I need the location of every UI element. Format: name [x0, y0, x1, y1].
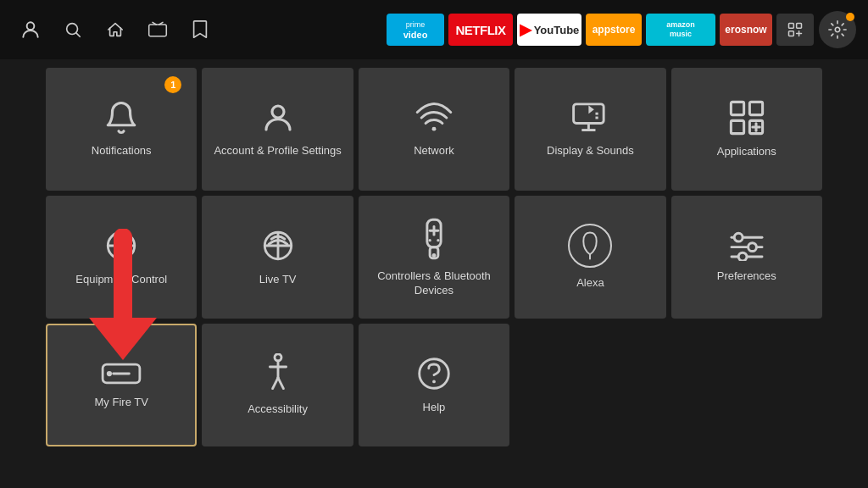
accessibility-label: Accessibility [242, 402, 313, 417]
svg-rect-6 [789, 24, 794, 29]
my-fire-tv-tile[interactable]: My Fire TV [46, 324, 197, 446]
live-tv-tile[interactable]: Live TV [202, 196, 353, 319]
svg-point-0 [27, 22, 35, 30]
display-sounds-label: Display & Sounds [542, 144, 639, 158]
main-content: Notifications 1 Account & Profile Settin… [0, 59, 868, 455]
notifications-label: Notifications [86, 144, 157, 158]
equipment-control-label: Equipment Control [70, 273, 172, 287]
equipment-control-tile[interactable]: Equipment Control [46, 196, 197, 319]
settings-grid: Notifications 1 Account & Profile Settin… [46, 68, 822, 446]
svg-rect-3 [149, 25, 167, 36]
help-tile[interactable]: Help [359, 324, 509, 446]
applications-label: Applications [712, 145, 782, 159]
svg-rect-23 [749, 102, 762, 114]
svg-rect-22 [731, 102, 743, 114]
account-label: Account & Profile Settings [209, 144, 346, 158]
app-shortcuts: prime video NETFLIX ▶ YouTube appstore a… [387, 14, 814, 46]
svg-point-16 [432, 127, 437, 131]
alexa-label: Alexa [571, 276, 609, 291]
svg-point-39 [432, 253, 437, 258]
preferences-label: Preferences [712, 269, 782, 284]
tv-button[interactable] [139, 11, 176, 48]
svg-point-49 [275, 354, 281, 361]
youtube-chip[interactable]: ▶ YouTube [517, 14, 581, 46]
svg-rect-24 [731, 120, 743, 133]
settings-notification-dot [846, 13, 854, 21]
network-label: Network [409, 144, 459, 158]
live-tv-label: Live TV [254, 273, 302, 287]
my-fire-tv-label: My Fire TV [90, 396, 153, 410]
netflix-chip[interactable]: NETFLIX [448, 14, 513, 46]
profile-button[interactable] [12, 11, 49, 48]
settings-button[interactable] [819, 11, 856, 48]
network-tile[interactable]: Network [359, 68, 509, 191]
svg-point-41 [734, 233, 743, 241]
all-apps-chip[interactable] [776, 14, 814, 46]
svg-point-51 [432, 380, 436, 384]
controllers-label: Controllers & Bluetooth Devices [359, 269, 509, 298]
applications-tile[interactable]: Applications [671, 68, 822, 191]
controllers-tile[interactable]: Controllers & Bluetooth Devices [359, 196, 509, 319]
svg-rect-7 [797, 24, 802, 29]
svg-rect-8 [789, 31, 794, 36]
svg-point-37 [437, 239, 439, 241]
notifications-tile[interactable]: Notifications 1 [46, 68, 197, 191]
search-button[interactable] [54, 11, 92, 48]
svg-point-15 [272, 106, 284, 118]
svg-point-36 [428, 239, 431, 241]
svg-point-45 [738, 252, 747, 261]
svg-point-29 [117, 241, 125, 249]
nav-bar: prime video NETFLIX ▶ YouTube appstore a… [0, 0, 868, 59]
svg-line-2 [76, 33, 80, 36]
home-button[interactable] [97, 11, 134, 48]
svg-point-43 [748, 243, 756, 252]
bookmark-button[interactable] [181, 11, 219, 48]
accessibility-tile[interactable]: Accessibility [202, 324, 353, 446]
prime-video-chip[interactable]: prime video [387, 14, 444, 46]
alexa-tile[interactable]: Alexa [515, 196, 665, 319]
amazonmusic-chip[interactable]: amazonmusic [646, 14, 715, 46]
svg-point-48 [107, 371, 112, 376]
account-tile[interactable]: Account & Profile Settings [202, 68, 353, 191]
svg-point-11 [835, 27, 840, 32]
erosnow-chip[interactable]: erosnow [720, 14, 772, 46]
display-sounds-tile[interactable]: Display & Sounds [515, 68, 665, 191]
appstore-chip[interactable]: appstore [586, 14, 642, 46]
notification-badge: 1 [164, 76, 181, 93]
preferences-tile[interactable]: Preferences [671, 196, 822, 319]
help-label: Help [418, 401, 451, 415]
alexa-circle-icon [568, 224, 612, 268]
